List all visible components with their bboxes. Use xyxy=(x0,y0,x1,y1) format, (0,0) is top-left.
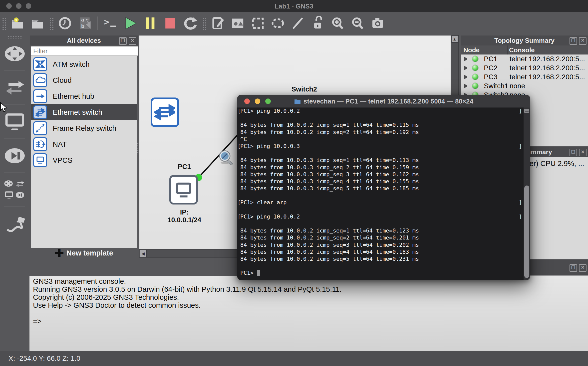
expand-arrow-icon[interactable] xyxy=(464,66,468,70)
draw-rectangle-button[interactable] xyxy=(250,16,266,31)
abc-console-icon: a cb xyxy=(78,16,92,30)
console-connect-all-button[interactable]: a cb xyxy=(77,16,93,31)
topology-row-pc1[interactable]: PC1 telnet 192.168.2.200:5... xyxy=(461,54,588,64)
scroll-marks-icon[interactable] xyxy=(524,109,529,113)
console-button[interactable]: > xyxy=(103,16,118,31)
device-item-ethernet-switch[interactable]: Ethernet switch xyxy=(31,104,137,120)
topology-column-header[interactable]: Node Console xyxy=(461,46,588,54)
router-icon xyxy=(4,43,25,64)
device-item-nat[interactable]: NAT xyxy=(31,136,137,152)
draw-ellipse-button[interactable] xyxy=(270,16,286,31)
toolbar-drag-handle[interactable] xyxy=(1,17,6,30)
stop-all-button[interactable] xyxy=(163,16,178,31)
open-project-button[interactable] xyxy=(30,16,45,31)
panel-float-icon[interactable]: ❐ xyxy=(570,149,577,156)
panel-splitter-handle[interactable] xyxy=(137,142,139,154)
management-console-text: GNS3 management console. Running GNS3 ve… xyxy=(29,276,588,325)
image-icon xyxy=(231,16,245,30)
device-item-ethernet-hub[interactable]: Ethernet hub xyxy=(31,88,137,104)
expand-arrow-icon[interactable] xyxy=(464,57,468,61)
terminal-line: 84 bytes from 10.0.0.3 icmp_seq=1 ttl=64… xyxy=(237,157,524,164)
terminal-line: 84 bytes from 10.0.0.3 icmp_seq=5 ttl=64… xyxy=(237,185,524,192)
panel-float-icon[interactable]: ❐ xyxy=(570,37,577,45)
device-filter-input[interactable] xyxy=(31,46,138,56)
snapshot-button[interactable] xyxy=(57,16,73,31)
play-icon xyxy=(123,16,137,30)
expand-arrow-icon[interactable] xyxy=(464,84,468,88)
panel-float-icon[interactable]: ❐ xyxy=(570,264,577,272)
column-console: Console xyxy=(509,46,535,54)
topology-row-pc3[interactable]: PC3 telnet 192.168.2.200:5... xyxy=(461,72,588,82)
browse-all-devices-button[interactable] xyxy=(0,175,29,204)
column-node: Node xyxy=(463,46,480,54)
topology-row-switch1[interactable]: Switch1 none xyxy=(461,82,588,90)
management-console[interactable]: GNS3 management console. Running GNS3 ve… xyxy=(29,276,588,351)
device-item-atm-switch[interactable]: ATM switch xyxy=(31,56,137,72)
node-name: PC3 xyxy=(484,73,497,81)
window-titlebar: Lab1 - GNS3 xyxy=(0,0,588,12)
terminal-line: 84 bytes from 10.0.0.2 icmp_seq=2 ttl=64… xyxy=(237,234,524,241)
scroll-up-icon[interactable]: ▲ xyxy=(451,36,458,43)
add-link-button[interactable] xyxy=(0,209,29,238)
panel-close-icon[interactable]: ✕ xyxy=(579,37,587,45)
device-item-cloud[interactable]: Cloud xyxy=(31,72,137,88)
device-item-frame-relay-switch[interactable]: Frame Relay switch xyxy=(31,120,137,136)
topology-row-pc2[interactable]: PC2 telnet 192.168.2.200:5... xyxy=(461,64,588,72)
panel-close-icon[interactable]: ✕ xyxy=(579,264,587,272)
node-label-switch2[interactable]: Switch2 xyxy=(289,86,319,93)
browse-switches-button[interactable] xyxy=(0,73,29,102)
all-devices-panel: All devices ❐ ✕ ATM switch Cloud Etherne… xyxy=(30,36,138,259)
expand-arrow-icon[interactable] xyxy=(464,75,468,79)
node-ip-label[interactable]: IP: 10.0.0.1/24 xyxy=(163,208,206,224)
atm-switch-icon xyxy=(33,57,47,71)
clock-icon xyxy=(58,16,72,30)
browse-security-devices-button[interactable] xyxy=(0,141,29,170)
terminal-line xyxy=(237,192,524,199)
new-project-button[interactable] xyxy=(10,16,25,31)
terminal-titlebar[interactable]: stevechan — PC1 — telnet 192.168.2.200 5… xyxy=(237,95,530,108)
plus-icon: ✚ xyxy=(55,248,64,258)
link-pc1-switch1[interactable] xyxy=(199,132,240,178)
panel-close-icon[interactable]: ✕ xyxy=(579,149,587,156)
node-label-pc1[interactable]: PC1 xyxy=(169,163,199,171)
draw-line-button[interactable] xyxy=(290,16,305,31)
suspend-all-button[interactable] xyxy=(143,16,158,31)
start-all-button[interactable] xyxy=(123,16,138,31)
zoom-out-button[interactable] xyxy=(350,16,365,31)
terminal-output[interactable]: PC1> ping 10.0.0.284 bytes from 10.0.0.2… xyxy=(237,108,524,280)
node-switch2[interactable] xyxy=(151,98,179,127)
lock-unlock-button[interactable] xyxy=(310,16,325,31)
terminal-line xyxy=(237,206,524,213)
toolbar-drag-handle[interactable] xyxy=(49,17,53,30)
browse-routers-button[interactable] xyxy=(0,39,29,68)
terminal-line xyxy=(237,262,524,270)
toolbar-separator xyxy=(97,16,98,30)
panel-float-icon[interactable]: ❐ xyxy=(119,37,127,45)
device-item-vpcs[interactable]: VPCS xyxy=(31,152,137,168)
terminal-scrollbar-thumb[interactable] xyxy=(524,186,529,278)
node-pc1[interactable] xyxy=(169,175,198,204)
zoom-in-button[interactable] xyxy=(330,16,345,31)
node-console: telnet 192.168.2.200:5... xyxy=(510,55,585,63)
toolbar-drag-handle[interactable] xyxy=(202,17,206,30)
scroll-left-icon[interactable]: ◀ xyxy=(140,250,147,257)
terminal-scrollbar[interactable] xyxy=(524,108,530,280)
device-item-label: Frame Relay switch xyxy=(53,124,116,132)
terminal-line: 84 bytes from 10.0.0.2 icmp_seq=1 ttl=64… xyxy=(237,122,524,128)
sidebar-drag-handle[interactable] xyxy=(7,36,22,38)
main-toolbar: a cb> xyxy=(0,12,588,34)
device-template-list: ATM switch Cloud Ethernet hub Ethernet s… xyxy=(31,56,137,248)
terminal-window[interactable]: stevechan — PC1 — telnet 192.168.2.200 5… xyxy=(237,95,530,280)
status-led-icon xyxy=(472,64,479,71)
add-note-button[interactable] xyxy=(210,16,226,31)
reload-all-button[interactable] xyxy=(183,16,198,31)
terminal-command-line: PC1> clear arp xyxy=(237,199,524,206)
ethernet-switch-icon xyxy=(33,105,47,119)
link-capture-icon[interactable] xyxy=(220,151,233,165)
mouse-cursor xyxy=(0,102,9,114)
new-template-button[interactable]: ✚ New template xyxy=(30,248,138,259)
panel-close-icon[interactable]: ✕ xyxy=(129,37,136,45)
screenshot-button[interactable] xyxy=(370,16,385,31)
all-devices-icon xyxy=(4,179,25,200)
insert-image-button[interactable] xyxy=(230,16,246,31)
